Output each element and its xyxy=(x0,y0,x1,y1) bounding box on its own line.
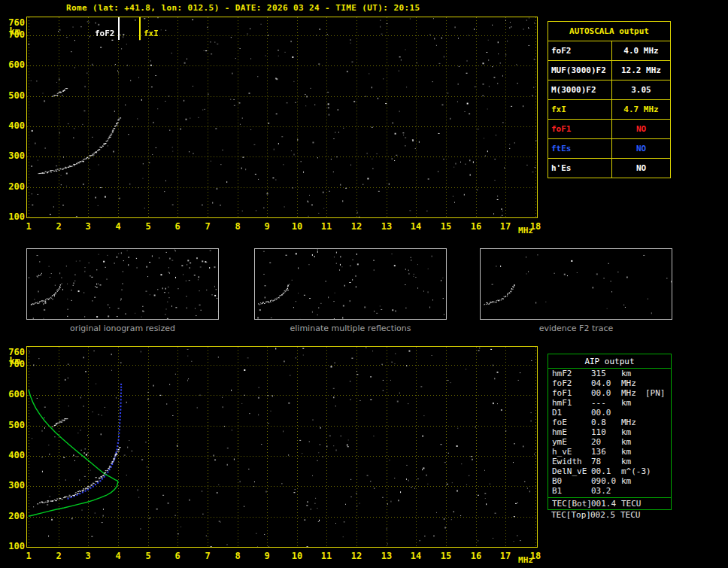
aip-row-foe: foE 0.8 MHz xyxy=(548,418,671,427)
row-value: 090.0 xyxy=(591,476,621,486)
row-value: 001.4 xyxy=(591,499,621,509)
row-label: ymE xyxy=(548,437,591,447)
row-value: 00.0 xyxy=(591,408,621,418)
x-tick-label: 15 xyxy=(441,221,451,232)
aip-plot-y-axis: 760700600500400300200100km xyxy=(2,347,25,548)
aip-row-d1: D1 00.0 xyxy=(548,408,671,418)
row-value: 136 xyxy=(591,447,621,457)
row-value: 4.7 MHz xyxy=(612,100,670,119)
row-unit: km xyxy=(621,457,645,466)
aip-row-hve: h_vE 136 km xyxy=(548,447,671,457)
x-tick-label: 3 xyxy=(85,221,90,232)
aip-output-table: AIP output hmF2 315 km foF2 04.0 MHz foF… xyxy=(548,354,672,510)
autoscala-row-fof1: foF1 NO xyxy=(548,119,670,138)
station-title: Rome (lat: +41.8, lon: 012.5) - DATE: 20… xyxy=(66,3,420,13)
aip-ionogram-canvas xyxy=(27,347,537,547)
x-tick-label: 17 xyxy=(500,551,511,561)
row-value: 12.2 MHz xyxy=(612,61,670,80)
row-label: MUF(3000)F2 xyxy=(548,61,612,80)
row-note xyxy=(645,418,671,427)
row-unit: TECU xyxy=(620,510,645,520)
x-tick-label: 12 xyxy=(351,221,362,232)
row-label: foF2 xyxy=(548,378,591,388)
aip-row-b1: B1 03.2 xyxy=(548,486,671,496)
row-note xyxy=(645,466,671,476)
row-unit: km xyxy=(621,437,645,447)
row-value: 04.0 xyxy=(591,378,621,388)
x-tick-label: 8 xyxy=(235,551,240,561)
row-value: NO xyxy=(612,159,670,178)
row-value: 20 xyxy=(591,437,621,447)
row-value: 00.0 xyxy=(591,388,621,398)
row-label: B0 xyxy=(548,476,591,486)
fof2-marker-label: foF2 xyxy=(95,29,115,38)
row-note xyxy=(645,486,671,496)
x-tick-label: 10 xyxy=(292,551,302,561)
x-axis-unit-label: MHz xyxy=(518,555,533,565)
x-tick-label: 10 xyxy=(292,221,302,232)
row-note xyxy=(645,510,670,520)
x-tick-label: 6 xyxy=(174,551,180,561)
aip-row-fof2: foF2 04.0 MHz xyxy=(548,378,671,388)
row-value: NO xyxy=(612,120,670,138)
y-tick-label: 600 xyxy=(2,390,25,399)
x-tick-label: 4 xyxy=(115,551,120,561)
thumbnail-caption-original: original ionogram resized xyxy=(26,323,219,333)
row-note xyxy=(645,437,671,447)
row-label: Ewidth xyxy=(548,457,591,466)
y-tick-label: 500 xyxy=(2,91,25,101)
x-tick-label: 1 xyxy=(26,221,31,232)
x-tick-label: 9 xyxy=(264,221,269,232)
x-tick-label: 4 xyxy=(115,221,120,232)
autoscala-row-muf3000f2: MUF(3000)F2 12.2 MHz xyxy=(548,60,670,80)
x-tick-label: 11 xyxy=(321,221,332,232)
row-value: 0.8 xyxy=(591,418,621,427)
main-ionogram-canvas xyxy=(27,17,537,217)
x-tick-label: 7 xyxy=(205,551,210,561)
autoscala-table-header: AUTOSCALA output xyxy=(548,22,670,41)
row-label: B1 xyxy=(548,486,591,496)
x-tick-label: 7 xyxy=(205,221,210,232)
y-tick-label: 400 xyxy=(2,451,25,460)
thumbnail-canvas-original xyxy=(27,249,218,319)
row-label: hmF2 xyxy=(548,369,591,378)
row-label: fxI xyxy=(548,100,612,119)
aip-ionogram-plot xyxy=(26,346,538,548)
x-tick-label: 14 xyxy=(411,551,421,561)
row-label: ftEs xyxy=(548,139,612,158)
row-value: 3.05 xyxy=(612,80,670,99)
fof2-marker-line xyxy=(118,17,120,40)
thumbnail-f2-trace xyxy=(480,248,672,320)
row-unit: km xyxy=(621,476,645,486)
row-note xyxy=(645,427,671,437)
autoscala-screen: Rome (lat: +41.8, lon: 012.5) - DATE: 20… xyxy=(0,0,728,568)
aip-row-delnve: DelN_vE 00.1 m^(-3) xyxy=(548,466,671,476)
y-tick-label: 200 xyxy=(2,182,25,192)
fxi-marker-label: fxI xyxy=(144,29,159,38)
row-value: 002.5 xyxy=(590,510,620,520)
row-value: 315 xyxy=(591,369,621,378)
row-label: h_vE xyxy=(548,447,591,457)
row-note xyxy=(645,476,671,486)
x-tick-label: 6 xyxy=(174,221,180,232)
row-label: foF2 xyxy=(548,41,612,60)
x-tick-label: 12 xyxy=(351,551,362,561)
row-note xyxy=(645,499,671,509)
row-label: hmE xyxy=(548,427,591,437)
row-label: TEC[Bot] xyxy=(548,499,591,509)
row-unit: MHz xyxy=(621,378,645,388)
y-tick-label: 100 xyxy=(2,542,25,551)
row-unit: km xyxy=(621,427,645,437)
aip-row-hmf1: hmF1 --- km xyxy=(548,398,671,408)
main-plot-y-axis: 760700600500400300200100km xyxy=(2,17,25,219)
row-value: 78 xyxy=(591,457,621,466)
aip-row-tec-top: TEC[Top] 002.5 TECU xyxy=(548,510,670,520)
row-value: 03.2 xyxy=(591,486,621,496)
y-axis-unit-label: km xyxy=(10,357,20,366)
aip-row-b0: B0 090.0 km xyxy=(548,476,671,486)
row-note xyxy=(645,378,671,388)
x-axis-unit-label: MHz xyxy=(518,226,533,235)
y-tick-label: 200 xyxy=(2,512,25,521)
y-axis-unit-label: km xyxy=(10,27,20,37)
row-note xyxy=(645,408,671,418)
